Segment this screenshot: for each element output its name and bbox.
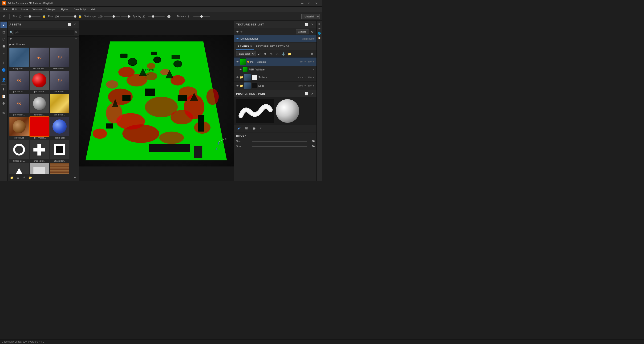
viewport[interactable]: PORTAL TRON X Y Z [79, 21, 234, 181]
right-edge-layers-icon[interactable]: 📋 [317, 36, 322, 40]
layer-add-mask-icon[interactable]: ✎ [269, 51, 274, 56]
list-item[interactable]: PBR_Valida... [30, 117, 49, 139]
right-edge-globe-icon[interactable]: 🌐 [317, 31, 322, 35]
list-item[interactable]: pbr-metal-... [30, 94, 49, 116]
list-item[interactable]: Shape Bor... [10, 140, 29, 162]
list-item[interactable]: Wood - Ba... [50, 163, 69, 174]
viewport-canvas[interactable]: PORTAL TRON X Y Z [79, 21, 234, 181]
prop-tab-grid-icon[interactable]: ⊞ [244, 126, 249, 131]
flow-lock-icon[interactable]: 🔒 [78, 14, 82, 19]
menu-mode[interactable]: Mode [19, 7, 30, 12]
menu-file[interactable]: File [1, 7, 10, 12]
menu-python[interactable]: Python [59, 7, 72, 12]
layer-surface-blend-arrow[interactable]: ▼ [304, 76, 306, 79]
eraser-tool[interactable]: ◻ [0, 29, 7, 35]
menu-edit[interactable]: Edit [10, 7, 19, 12]
menu-help[interactable]: Help [88, 7, 99, 12]
tsl-eye-visible-icon[interactable]: 👁 [236, 30, 239, 34]
list-item[interactable]: f(x) Particle Bo... [30, 48, 49, 70]
layer-add-paint-icon[interactable]: 🖌 [256, 51, 262, 56]
layer-add-anchor-icon[interactable]: ⚓ [281, 51, 286, 56]
brush-size2-slider[interactable] [252, 146, 307, 147]
settings-tool[interactable]: ⚙ [0, 100, 7, 107]
layer-blend-arrow[interactable]: ▼ [304, 61, 306, 63]
layer-item-pbr-validate-sub[interactable]: 👁 PBR_Validate ✕ [234, 66, 316, 73]
projection-tool[interactable]: ⬡ [0, 36, 7, 43]
layer-eye-icon[interactable]: 👁 [236, 60, 239, 63]
layer-item-surface[interactable]: 👁 📁 Surface Norm ▼ 100 ▼ [234, 73, 316, 82]
right-edge-eye-icon[interactable]: 👁 [317, 26, 322, 31]
tab-texture-set-settings[interactable]: TEXTURE SET SETTINGS [254, 43, 292, 50]
list-item[interactable]: f(x) PBR Valida... [50, 48, 69, 70]
right-edge-expand-icon[interactable]: ⊞ [317, 22, 322, 26]
spacing-slider[interactable] [148, 16, 164, 17]
list-item[interactable]: f(x) pbr-materi... [10, 94, 29, 116]
menu-window[interactable]: Window [30, 7, 44, 12]
tsl-settings-button[interactable]: Settings [296, 29, 308, 35]
stroke-slider2[interactable] [121, 16, 131, 17]
list-item[interactable]: pbr-velvet [10, 117, 29, 139]
list-item[interactable]: f(x) pbr-car-pa... [10, 71, 29, 93]
brush-size-slider[interactable] [252, 141, 307, 142]
layers-channel-dropdown[interactable]: Base color [236, 51, 256, 56]
maximize-button[interactable]: □ [306, 1, 313, 6]
brush-rotate-icon[interactable]: ⟳ [2, 14, 6, 19]
layer-item-edge[interactable]: 👁 📁 Edge Norm ▼ 100 ▼ [234, 82, 316, 90]
list-item[interactable]: pbr-coated [30, 71, 49, 93]
layer-add-folder-icon[interactable]: 📁 [287, 51, 292, 56]
list-item[interactable]: Shape Brick [30, 163, 49, 174]
select-tool[interactable]: ⬦ [0, 50, 7, 57]
color-picker-tool[interactable]: 🔵 [0, 67, 7, 73]
assets-add-folder-button[interactable]: 📁 [10, 175, 14, 180]
stroke-opac-slider[interactable] [104, 16, 120, 17]
filter-icon[interactable]: ▼ [10, 38, 12, 41]
list-item[interactable]: Plastic Base [50, 117, 69, 139]
layer-edge-blend-arrow[interactable]: ▼ [304, 85, 306, 87]
assets-close-button[interactable]: ✕ [72, 22, 77, 27]
list-item[interactable]: Shape Bor... [30, 140, 49, 162]
transform-tool[interactable]: ✛ [0, 60, 7, 66]
list-item[interactable]: pbr-metal-... [50, 94, 69, 116]
layers-tab-close-icon[interactable]: ✕ [250, 45, 252, 48]
properties-expand-button[interactable]: ⬜ [304, 91, 309, 96]
flow-slider[interactable] [60, 16, 77, 17]
layer-surface-eye-icon[interactable]: 👁 [236, 76, 239, 79]
download-tool[interactable]: ⬇ [0, 86, 7, 93]
assets-plus-button[interactable]: + [72, 175, 77, 180]
prop-tab-moon-icon[interactable]: ☾ [259, 126, 264, 131]
tab-layers[interactable]: LAYERS ✕ [236, 43, 254, 50]
list-item[interactable]: Shape Bor... [50, 140, 69, 162]
layer-add-fill-icon[interactable]: ↺ [262, 51, 268, 56]
assets-folder-button[interactable]: 📂 [28, 175, 32, 180]
list-item[interactable]: Shape Bor... [10, 163, 29, 174]
tsl-default-material-item[interactable]: 👁 DefaultMaterial Main shader [234, 35, 316, 42]
minimize-button[interactable]: ─ [299, 1, 306, 6]
tsl-expand-button[interactable]: ⬜ [304, 22, 309, 27]
tsl-gear-icon[interactable]: ⚙ [310, 30, 314, 34]
material-dropdown[interactable]: Material [302, 14, 320, 19]
layer-surface-opacity-arrow[interactable]: ▼ [312, 76, 314, 79]
tsl-eye-hidden-icon[interactable]: 👁 [240, 30, 243, 34]
layer-add-effect-icon[interactable]: ◇ [275, 51, 280, 56]
sub-layer-remove-icon[interactable]: ✕ [312, 68, 314, 71]
properties-close-button[interactable]: ✕ [310, 91, 314, 96]
size-slider[interactable] [24, 16, 40, 17]
layers-tool[interactable]: 📋 [0, 93, 7, 100]
prop-tab-brush-icon[interactable]: 🖌 [236, 126, 242, 131]
libraries-row[interactable]: ▶ All libraries [8, 42, 79, 47]
layer-opacity-arrow[interactable]: ▼ [312, 61, 314, 63]
layer-edge-opacity-arrow[interactable]: ▼ [312, 85, 314, 87]
search-clear-button[interactable]: ✕ [75, 31, 77, 34]
assets-expand-button[interactable]: ⬜ [67, 22, 72, 27]
preview-tool[interactable]: 👁 [0, 110, 7, 116]
assets-cycle-button[interactable]: ↺ [22, 175, 26, 180]
size-lock-icon[interactable]: 🔒 [42, 14, 46, 19]
prop-tab-circle-icon[interactable]: ◉ [251, 126, 257, 131]
user-tool[interactable]: 👤 [0, 76, 7, 83]
layer-sub-eye-icon[interactable]: 👁 [239, 68, 242, 71]
layer-item-pbr-validate[interactable]: 👁 PBR_Validate Pthr ▼ 100 ▼ [234, 58, 316, 66]
assets-search-input[interactable] [14, 30, 74, 35]
paint-brush-tool[interactable]: 🖌 [0, 22, 7, 28]
menu-javascript[interactable]: JavaScript [72, 7, 88, 12]
close-button[interactable]: ✕ [313, 1, 320, 6]
